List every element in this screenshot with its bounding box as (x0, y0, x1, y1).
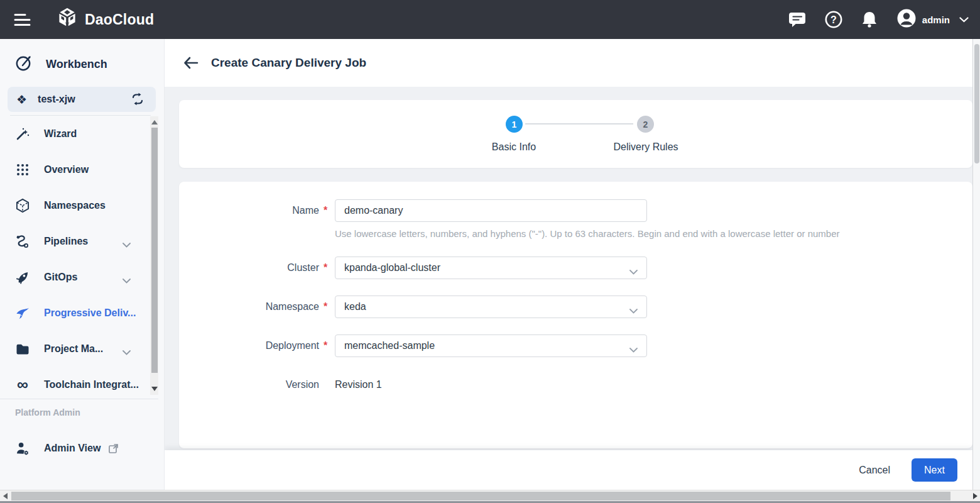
brand-name: DaoCloud (85, 11, 154, 28)
pipeline-icon (16, 235, 30, 249)
step-2-label: Delivery Rules (613, 141, 678, 153)
help-icon[interactable]: ? (825, 11, 842, 28)
avatar (896, 8, 917, 31)
scroll-thumb[interactable] (11, 492, 950, 500)
required-marker: * (324, 340, 327, 351)
infinity-icon: ∞ (16, 379, 30, 390)
version-label: Version (210, 379, 319, 390)
version-value: Revision 1 (335, 379, 382, 390)
sidebar-item-overview[interactable]: Overview (0, 157, 150, 182)
rocket-icon (16, 270, 30, 285)
cluster-select[interactable]: kpanda-global-cluster (335, 257, 647, 279)
sidebar-item-wizard[interactable]: Wizard (0, 121, 150, 146)
sidebar-item-admin-view[interactable]: Admin View (0, 436, 150, 461)
horizontal-scrollbar[interactable] (0, 490, 980, 501)
chevron-down-icon (959, 14, 969, 25)
sidebar-item-gitops[interactable]: GitOps (0, 265, 150, 290)
chevron-down-icon (122, 239, 131, 250)
menu-icon[interactable] (14, 13, 31, 26)
cancel-button[interactable]: Cancel (859, 465, 890, 476)
workspace-selector[interactable]: ❖ test-xjw (8, 87, 156, 112)
sidebar: Workbench ❖ test-xjw Wizard Overview (0, 39, 165, 490)
app-window: DaoCloud ? admin (0, 0, 980, 503)
step-2-circle: 2 (637, 116, 654, 133)
chevron-down-icon (629, 344, 638, 355)
divider (10, 115, 151, 116)
cluster-label: Cluster (210, 262, 319, 274)
sidebar-item-project-management[interactable]: Project Ma... (0, 336, 150, 362)
svg-text:?: ? (830, 14, 837, 25)
sidebar-item-pipelines[interactable]: Pipelines (0, 229, 150, 254)
brand[interactable]: DaoCloud (56, 7, 154, 32)
scroll-down-arrow[interactable] (151, 387, 158, 391)
workspace-name: test-xjw (38, 94, 75, 105)
external-link-icon (108, 443, 119, 454)
scroll-right-arrow[interactable] (973, 493, 977, 499)
step-1-circle: 1 (506, 116, 523, 133)
stepper-card: 1 2 Basic Info Delivery Rules (179, 100, 972, 168)
cube-icon (16, 198, 30, 213)
workbench-icon (15, 55, 32, 74)
page-header: Create Canary Delivery Job (165, 39, 972, 87)
top-bar: DaoCloud ? admin (0, 0, 980, 39)
form-footer: Cancel Next (165, 450, 972, 490)
scroll-thumb[interactable] (974, 44, 979, 163)
user-name: admin (922, 14, 950, 25)
sidebar-module-workbench[interactable]: Workbench (0, 53, 165, 75)
namespace-value: keda (344, 301, 366, 312)
sidebar-item-progressive-delivery[interactable]: Progressive Deliv... (0, 301, 150, 326)
scroll-thumb[interactable] (151, 128, 158, 373)
chevron-down-icon (122, 346, 131, 358)
deployment-select[interactable]: memcached-sample (335, 334, 647, 357)
grid-dots-icon (16, 163, 30, 177)
deployment-value: memcached-sample (344, 340, 435, 351)
workspace-gem-icon: ❖ (16, 94, 27, 106)
deployment-label: Deployment (210, 340, 319, 351)
bird-icon (16, 307, 30, 320)
chevron-down-icon (122, 275, 131, 286)
name-input[interactable] (335, 199, 647, 222)
chevron-down-icon (629, 266, 638, 277)
name-hint: Use lowercase letters, numbers, and hyph… (335, 228, 840, 239)
daocloud-logo-icon (56, 7, 79, 32)
next-button[interactable]: Next (912, 458, 957, 482)
required-marker: * (324, 301, 327, 312)
chevron-down-icon (629, 305, 638, 316)
back-arrow-icon[interactable] (183, 57, 199, 69)
section-label-platform-admin: Platform Admin (15, 407, 80, 417)
sidebar-item-namespaces[interactable]: Namespaces (0, 193, 150, 218)
module-title: Workbench (46, 58, 107, 71)
admin-user-icon (16, 441, 30, 456)
sidebar-scrollbar[interactable] (150, 116, 158, 395)
swap-icon[interactable] (131, 92, 144, 108)
required-marker: * (324, 262, 327, 274)
chat-icon[interactable] (788, 11, 806, 28)
namespace-label: Namespace (210, 301, 319, 312)
user-menu[interactable]: admin (896, 8, 969, 31)
scroll-up-arrow[interactable] (151, 120, 158, 124)
sidebar-item-toolchain-integration[interactable]: ∞ Toolchain Integrat... (0, 372, 150, 397)
cluster-value: kpanda-global-cluster (344, 262, 440, 274)
bell-icon[interactable] (861, 11, 878, 28)
wand-icon (16, 127, 30, 141)
name-label: Name (210, 205, 319, 216)
scroll-left-arrow[interactable] (3, 493, 8, 499)
vertical-scrollbar[interactable] (972, 39, 980, 490)
folder-icon (16, 343, 30, 355)
divider (0, 399, 158, 399)
step-1-label: Basic Info (492, 141, 536, 153)
form-card: Name * Use lowercase letters, numbers, a… (179, 182, 972, 448)
step-connector (525, 123, 633, 124)
page-title: Create Canary Delivery Job (211, 56, 366, 70)
required-marker: * (324, 205, 327, 216)
namespace-select[interactable]: keda (335, 296, 647, 318)
